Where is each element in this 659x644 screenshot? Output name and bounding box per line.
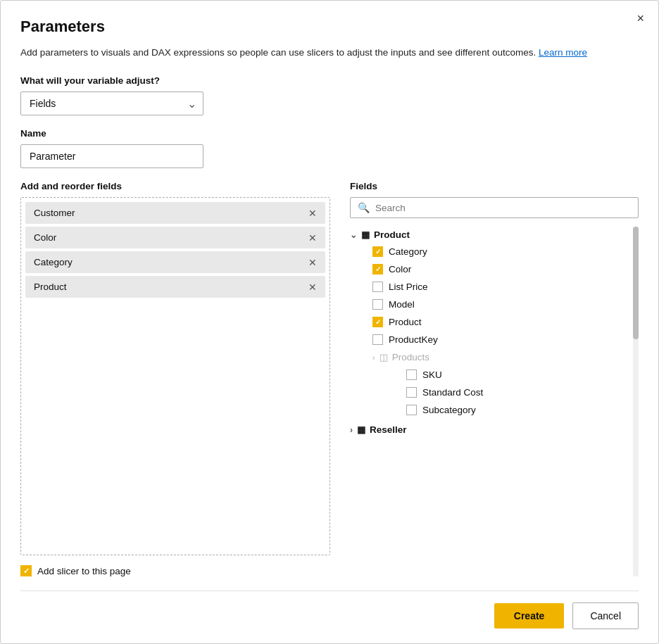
- products-group-label: Products: [392, 352, 429, 362]
- checkbox-color[interactable]: [372, 264, 383, 274]
- field-label: Customer: [34, 208, 75, 218]
- remove-color-button[interactable]: ✕: [308, 233, 317, 243]
- checkbox-subcategory[interactable]: [406, 405, 417, 415]
- tree-item-product[interactable]: Product: [372, 313, 627, 331]
- name-label: Name: [20, 128, 639, 139]
- tree-item-subcategory[interactable]: Subcategory: [406, 401, 627, 419]
- tree-item-standard-cost[interactable]: Standard Cost: [406, 384, 627, 401]
- product-group-header[interactable]: ⌄ ▦ Product: [350, 227, 627, 243]
- checkbox-product[interactable]: [372, 317, 383, 327]
- item-label: Model: [389, 299, 415, 310]
- checkbox-productkey[interactable]: [372, 334, 383, 345]
- checkbox-sku[interactable]: [406, 370, 417, 380]
- scrollbar-thumb[interactable]: [633, 227, 639, 339]
- products-subgroup: › ◫ Products SKU Standard Cost: [350, 348, 627, 419]
- reseller-group-header[interactable]: › ▦ Reseller: [350, 422, 627, 438]
- chevron-down-icon: ⌄: [350, 230, 357, 240]
- product-group-label: Product: [374, 229, 410, 240]
- search-box: 🔍: [350, 197, 639, 218]
- item-label: SKU: [422, 370, 442, 380]
- add-reorder-label: Add and reorder fields: [20, 181, 330, 191]
- tree-item-category[interactable]: Category: [372, 243, 627, 260]
- item-label: Category: [389, 246, 427, 257]
- name-input[interactable]: [20, 144, 203, 168]
- chevron-right-icon: ›: [350, 425, 353, 435]
- remove-customer-button[interactable]: ✕: [308, 208, 317, 218]
- field-label: Category: [34, 257, 73, 267]
- products-sub-items: SKU Standard Cost Subcategory: [372, 366, 627, 419]
- add-slicer-checkbox[interactable]: [20, 565, 32, 576]
- tree-item-productkey[interactable]: ProductKey: [372, 331, 627, 348]
- field-item-customer: Customer ✕: [25, 202, 325, 224]
- fields-section-label: Fields: [350, 181, 639, 191]
- scrollbar-track: [633, 227, 639, 576]
- field-item-color: Color ✕: [25, 227, 325, 248]
- close-button[interactable]: ×: [636, 12, 644, 25]
- product-items: Category Color List Price: [350, 243, 627, 348]
- learn-more-link[interactable]: Learn more: [539, 47, 587, 58]
- hierarchy-icon: ◫: [379, 352, 388, 362]
- item-label: ProductKey: [389, 334, 438, 345]
- item-label: Product: [389, 317, 422, 327]
- create-button[interactable]: Create: [494, 603, 565, 629]
- checkbox-model[interactable]: [372, 299, 383, 310]
- tree-item-sku[interactable]: SKU: [406, 366, 627, 384]
- remove-product-button[interactable]: ✕: [308, 282, 317, 292]
- add-slicer-row[interactable]: Add slicer to this page: [20, 565, 330, 576]
- field-item-product: Product ✕: [25, 276, 325, 298]
- item-label: Color: [389, 264, 411, 274]
- product-group: ⌄ ▦ Product Category Color: [350, 227, 627, 419]
- table-icon: ▦: [357, 424, 365, 435]
- item-label: Standard Cost: [422, 387, 483, 398]
- checkbox-standard-cost[interactable]: [406, 387, 417, 398]
- search-input[interactable]: [375, 203, 631, 213]
- item-label: List Price: [389, 282, 428, 292]
- fields-tree: ⌄ ▦ Product Category Color: [350, 227, 639, 576]
- dialog-description: Add parameters to visuals and DAX expres…: [20, 46, 639, 60]
- table-icon: ▦: [361, 229, 370, 240]
- dialog-title: Parameters: [20, 18, 639, 36]
- remove-category-button[interactable]: ✕: [308, 258, 317, 267]
- add-slicer-label: Add slicer to this page: [37, 566, 131, 576]
- variable-label: What will your variable adjust?: [20, 75, 639, 86]
- checkbox-list-price[interactable]: [372, 282, 383, 292]
- tree-item-list-price[interactable]: List Price: [372, 278, 627, 296]
- parameters-dialog: × Parameters Add parameters to visuals a…: [0, 0, 659, 644]
- variable-select-wrapper: Fields Numeric range ⌄: [20, 91, 203, 115]
- search-icon: 🔍: [358, 202, 370, 213]
- checkbox-category[interactable]: [372, 246, 383, 257]
- field-label: Color: [34, 232, 56, 243]
- dialog-footer: Create Cancel: [20, 591, 639, 629]
- products-group-header[interactable]: › ◫ Products: [372, 348, 627, 366]
- cancel-button[interactable]: Cancel: [572, 602, 639, 629]
- reseller-group-label: Reseller: [370, 424, 407, 435]
- field-item-category: Category ✕: [25, 251, 325, 273]
- variable-select[interactable]: Fields Numeric range: [20, 91, 203, 115]
- chevron-right-icon: ›: [372, 353, 375, 362]
- tree-item-color[interactable]: Color: [372, 260, 627, 278]
- reorder-fields-box: Customer ✕ Color ✕ Category ✕ Product ✕: [20, 197, 330, 555]
- item-label: Subcategory: [422, 405, 476, 415]
- field-label: Product: [34, 282, 67, 292]
- tree-item-model[interactable]: Model: [372, 296, 627, 313]
